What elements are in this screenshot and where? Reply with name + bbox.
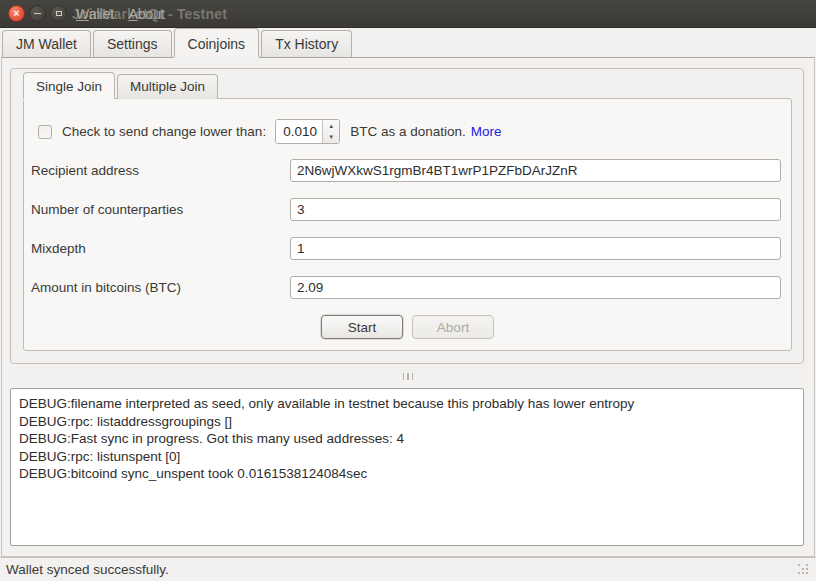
donation-checkbox-label: Check to send change lower than: <box>62 124 266 139</box>
splitter-handle[interactable] <box>2 370 814 382</box>
tab-jm-wallet[interactable]: JM Wallet <box>2 30 91 57</box>
mixdepth-label: Mixdepth <box>31 241 290 256</box>
more-link[interactable]: More <box>471 124 502 139</box>
tab-settings[interactable]: Settings <box>93 30 172 57</box>
spinbox-down-icon[interactable]: ▼ <box>323 132 339 144</box>
counterparties-input[interactable] <box>290 198 781 221</box>
tab-multiple-join[interactable]: Multiple Join <box>117 74 218 99</box>
donation-spinbox: ▲ ▼ <box>275 119 340 144</box>
single-join-pane: Check to send change lower than: ▲ ▼ BTC… <box>23 98 792 351</box>
tab-single-join[interactable]: Single Join <box>23 72 115 99</box>
maximize-icon <box>56 11 62 16</box>
window-controls: × <box>8 5 67 22</box>
mixdepth-row: Mixdepth <box>31 236 781 260</box>
menu-bar: Wallet About <box>76 6 165 22</box>
minimize-button[interactable] <box>29 5 46 22</box>
title-bar: × JoinMarketQt - Testnet Wallet About <box>0 0 816 28</box>
tab-coinjoins[interactable]: Coinjoins <box>174 28 260 57</box>
tab-tx-history[interactable]: Tx History <box>261 30 352 57</box>
amount-row: Amount in bitcoins (BTC) <box>31 275 781 299</box>
start-button[interactable]: Start <box>321 315 403 339</box>
recipient-address-row: Recipient address <box>31 158 781 182</box>
status-message: Wallet synced successfully. <box>6 562 169 577</box>
close-button[interactable]: × <box>8 5 25 22</box>
join-tab-bar: Single Join Multiple Join <box>23 72 220 99</box>
splitter-grip-icon <box>403 373 414 380</box>
minimize-icon <box>34 13 41 15</box>
donation-suffix-label: BTC as a donation. <box>350 124 466 139</box>
log-line: DEBUG:filename interpreted as seed, only… <box>19 395 795 413</box>
app-window: × JoinMarketQt - Testnet Wallet About JM… <box>0 0 816 581</box>
action-buttons: Start Abort <box>24 315 791 339</box>
donation-amount-input[interactable] <box>276 120 322 143</box>
mixdepth-input[interactable] <box>290 237 781 260</box>
counterparties-label: Number of counterparties <box>31 202 290 217</box>
abort-button[interactable]: Abort <box>412 315 494 339</box>
maximize-button[interactable] <box>50 5 67 22</box>
recipient-address-label: Recipient address <box>31 163 290 178</box>
menu-about[interactable]: About <box>128 6 165 22</box>
main-tab-bar: JM Wallet Settings Coinjoins Tx History <box>0 28 816 57</box>
join-groupbox: Single Join Multiple Join Check to send … <box>10 68 804 364</box>
coinjoins-page: Single Join Multiple Join Check to send … <box>1 57 815 557</box>
status-bar: Wallet synced successfully. <box>0 557 816 581</box>
log-line: DEBUG:rpc: listunspent [0] <box>19 448 795 466</box>
log-line: DEBUG:bitcoind sync_unspent took 0.01615… <box>19 465 795 483</box>
log-line: DEBUG:Fast sync in progress. Got this ma… <box>19 430 795 448</box>
spinbox-up-icon[interactable]: ▲ <box>323 120 339 132</box>
debug-log[interactable]: DEBUG:filename interpreted as seed, only… <box>10 388 804 546</box>
resize-grip[interactable] <box>798 564 810 576</box>
amount-input[interactable] <box>290 276 781 299</box>
spinbox-arrows: ▲ ▼ <box>322 120 339 143</box>
amount-label: Amount in bitcoins (BTC) <box>31 280 290 295</box>
recipient-address-input[interactable] <box>290 159 781 182</box>
menu-wallet[interactable]: Wallet <box>76 6 114 22</box>
counterparties-row: Number of counterparties <box>31 197 781 221</box>
donation-row: Check to send change lower than: ▲ ▼ BTC… <box>38 119 501 144</box>
donation-checkbox[interactable] <box>38 125 52 139</box>
log-line: DEBUG:rpc: listaddressgroupings [] <box>19 413 795 431</box>
